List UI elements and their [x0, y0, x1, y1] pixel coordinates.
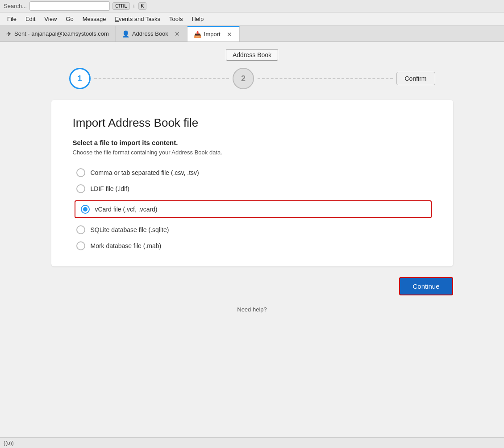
- option-ldif-label: LDIF file (.ldif): [91, 185, 129, 192]
- option-csv[interactable]: Comma or tab separated file (.csv, .tsv): [76, 168, 432, 177]
- main-content: Address Book 1 2 Confirm Import Address …: [0, 42, 504, 448]
- menu-view[interactable]: View: [41, 14, 60, 24]
- option-csv-label: Comma or tab separated file (.csv, .tsv): [91, 169, 199, 176]
- tab-bar: ✈ Sent - anjanapal@teamsystools.com 👤 Ad…: [0, 26, 504, 42]
- address-book-heading-button[interactable]: Address Book: [226, 49, 278, 61]
- menu-edit[interactable]: Edit: [22, 14, 39, 24]
- radio-sqlite[interactable]: [76, 225, 85, 234]
- tab-sent[interactable]: ✈ Sent - anjanapal@teamsystools.com: [0, 26, 116, 41]
- import-description: Choose the file format containing your A…: [73, 149, 432, 156]
- option-mab[interactable]: Mork database file (.mab): [76, 241, 432, 250]
- tab-address-book[interactable]: 👤 Address Book ✕: [116, 26, 187, 41]
- tab-import-close[interactable]: ✕: [226, 31, 233, 38]
- option-vcard-label: vCard file (.vcf, .vcard): [95, 206, 158, 213]
- step-1[interactable]: 1: [69, 68, 91, 89]
- radio-vcard-inner: [83, 207, 87, 212]
- confirm-button[interactable]: Confirm: [396, 72, 435, 85]
- radio-vcard[interactable]: [81, 205, 90, 214]
- option-vcard[interactable]: vCard file (.vcf, .vcard): [75, 200, 432, 218]
- step-2-label: 2: [241, 74, 246, 83]
- menu-events-tasks[interactable]: Events and Tasks: [111, 14, 164, 24]
- plus-sign: +: [133, 3, 136, 9]
- sent-icon: ✈: [6, 30, 12, 37]
- option-ldif[interactable]: LDIF file (.ldif): [76, 184, 432, 193]
- tab-sent-label: Sent - anjanapal@teamsystools.com: [14, 30, 109, 37]
- need-help: Need help?: [7, 306, 497, 313]
- menu-tools[interactable]: Tools: [166, 14, 186, 24]
- search-label: Search...: [4, 3, 27, 9]
- radio-csv[interactable]: [76, 168, 85, 177]
- step-1-label: 1: [77, 74, 82, 83]
- continue-button-area: Continue: [51, 277, 453, 295]
- status-bar: ((o)): [0, 437, 504, 448]
- search-bar: Search... CTRL + K: [0, 0, 504, 12]
- ctrl-key: CTRL: [112, 2, 130, 10]
- status-icon: ((o)): [4, 440, 14, 446]
- address-book-tab-icon: 👤: [122, 30, 129, 37]
- tab-spacer: [240, 26, 504, 41]
- menu-message[interactable]: Message: [79, 14, 110, 24]
- import-tab-icon: 📥: [194, 31, 201, 38]
- menu-file[interactable]: File: [4, 14, 20, 24]
- step-2[interactable]: 2: [233, 68, 254, 89]
- radio-mab[interactable]: [76, 241, 85, 250]
- stepper: 1 2 Confirm: [51, 68, 453, 89]
- option-sqlite-label: SQLite database file (.sqlite): [91, 226, 169, 233]
- import-card: Import Address Book file Select a file t…: [51, 100, 453, 266]
- import-subtitle: Select a file to import its content.: [73, 139, 432, 146]
- continue-button[interactable]: Continue: [399, 277, 453, 295]
- radio-ldif[interactable]: [76, 184, 85, 193]
- import-title: Import Address Book file: [73, 116, 432, 130]
- address-book-heading: Address Book: [7, 49, 497, 61]
- menu-go[interactable]: Go: [62, 14, 77, 24]
- file-format-options: Comma or tab separated file (.csv, .tsv)…: [76, 168, 432, 250]
- k-key: K: [138, 2, 147, 10]
- tab-import-label: Import: [204, 31, 221, 37]
- tab-address-book-label: Address Book: [132, 30, 168, 37]
- option-mab-label: Mork database file (.mab): [91, 242, 162, 249]
- tab-address-book-close[interactable]: ✕: [174, 30, 181, 37]
- menu-help[interactable]: Help: [188, 14, 207, 24]
- step-line-1: [94, 78, 229, 79]
- step-line-2: [258, 78, 393, 79]
- option-sqlite[interactable]: SQLite database file (.sqlite): [76, 225, 432, 234]
- tab-import[interactable]: 📥 Import ✕: [187, 26, 240, 41]
- menu-bar: File Edit View Go Message Events and Tas…: [0, 12, 504, 26]
- search-input[interactable]: [29, 1, 110, 11]
